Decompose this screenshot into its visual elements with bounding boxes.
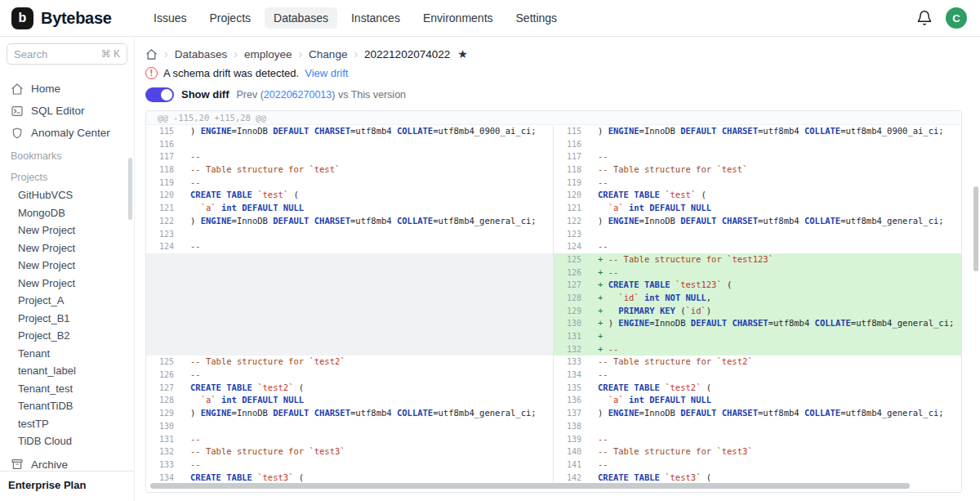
breadcrumb-separator: ›: [234, 47, 238, 60]
breadcrumb-change[interactable]: Change: [309, 48, 347, 60]
sidebar-project-project-b2[interactable]: Project_B2: [7, 327, 127, 345]
code-line: [591, 138, 598, 151]
line-number: 132: [554, 343, 591, 356]
top-bar: b Bytebase IssuesProjectsDatabasesInstan…: [0, 0, 980, 37]
diff-right-cell: 139--: [554, 433, 961, 446]
line-number: 126: [146, 369, 184, 382]
sidebar-project-testtp[interactable]: testTP: [7, 415, 127, 433]
code-line: [591, 420, 598, 433]
line-number: 116: [146, 138, 184, 151]
view-drift-link[interactable]: View drift: [305, 67, 348, 79]
sidebar-project-tenant-label[interactable]: tenant_label: [7, 362, 127, 380]
line-number: 117: [146, 150, 184, 163]
line-number: 128: [554, 292, 591, 305]
diff-left-cell: 125-- Table structure for `test2`: [146, 356, 554, 369]
code-line: -- Table structure for `test2`: [184, 356, 345, 369]
diff-row: 119--119--: [146, 177, 961, 190]
line-number: [146, 317, 184, 330]
nav-item-settings[interactable]: Settings: [507, 7, 567, 29]
diff-left-cell: 128 `a` int DEFAULT NULL: [146, 394, 554, 407]
code-line: ) ENGINE=InnoDB DEFAULT CHARSET=utf8mb4 …: [184, 407, 537, 420]
code-line: -- Table structure for `test3`: [591, 445, 753, 459]
code-line: CREATE TABLE `test` (: [591, 189, 706, 202]
sidebar-project-new-project[interactable]: New Project: [7, 275, 127, 293]
line-number: 131: [554, 330, 591, 343]
notifications-bell-icon[interactable]: [916, 10, 933, 26]
home-icon: [11, 83, 24, 96]
code-line: `a` int DEFAULT NULL: [184, 394, 304, 407]
diff-right-cell: 120CREATE TABLE `test` (: [554, 189, 961, 202]
breadcrumb-databases[interactable]: Databases: [175, 48, 228, 60]
main-content: › Databases › employee › Change › 202212…: [135, 37, 980, 501]
line-number: 131: [146, 433, 184, 446]
sidebar-item-home[interactable]: Home: [7, 78, 127, 100]
search-input[interactable]: Search ⌘ K: [7, 43, 127, 65]
diff-right-cell: 131+: [554, 330, 961, 343]
sidebar-project-tenanttidb[interactable]: TenantTiDB: [7, 397, 127, 415]
page-scrollbar-thumb[interactable]: [973, 186, 978, 271]
line-number: 117: [554, 150, 591, 163]
sidebar-project-githubvcs[interactable]: GitHubVCS: [7, 186, 127, 204]
nav-item-issues[interactable]: Issues: [145, 7, 195, 29]
diff-row: 125+ -- Table structure for `test123`: [146, 253, 961, 266]
nav-item-databases[interactable]: Databases: [265, 7, 337, 29]
sidebar-project-tenant[interactable]: Tenant: [7, 345, 127, 363]
version-compare-text: Prev (202206270013) vs This version: [237, 89, 407, 101]
diff-left-cell: [146, 330, 554, 343]
code-line: -- Table structure for `test2`: [591, 356, 753, 369]
code-line: + `id` int NOT NULL,: [591, 292, 711, 305]
diff-left-cell: 133--: [146, 459, 554, 472]
code-line: --: [591, 177, 608, 190]
sidebar-project-mongodb[interactable]: MongoDB: [7, 204, 127, 222]
code-line: ) ENGINE=InnoDB DEFAULT CHARSET=utf8mb4 …: [591, 125, 944, 138]
line-number: 129: [146, 407, 184, 420]
sidebar-project-new-project[interactable]: New Project: [7, 221, 127, 239]
toggle-knob: [161, 89, 172, 101]
breadcrumb-version[interactable]: 20221202074022: [364, 48, 450, 60]
sidebar-project-tidb-cloud[interactable]: TiDB Cloud: [7, 432, 127, 450]
breadcrumb-home-icon[interactable]: [145, 48, 158, 60]
bookmark-star-icon[interactable]: ★: [457, 47, 468, 60]
line-number: 134: [146, 472, 184, 485]
diff-left-cell: [146, 292, 554, 305]
alert-text: A schema drift was detected.: [163, 67, 299, 79]
sidebar-item-sql-editor[interactable]: SQL Editor: [7, 100, 127, 122]
sidebar-project-project-a[interactable]: Project_A: [7, 292, 127, 310]
nav-item-environments[interactable]: Environments: [414, 7, 502, 29]
diff-right-cell: 138: [554, 420, 961, 433]
diff-row: 124--124--: [146, 240, 961, 253]
nav-item-instances[interactable]: Instances: [342, 7, 409, 29]
diff-left-cell: 123: [146, 228, 554, 241]
code-line: CREATE TABLE `test2` (: [591, 382, 711, 395]
line-number: 121: [146, 202, 184, 215]
prev-version-link[interactable]: 202206270013: [264, 89, 332, 101]
show-diff-toggle[interactable]: [145, 87, 174, 102]
diff-left-cell: [146, 343, 554, 356]
diff-left-cell: [146, 279, 554, 292]
code-line: --: [184, 177, 201, 190]
line-number: 130: [146, 420, 184, 433]
diff-row: 121 `a` int DEFAULT NULL121 `a` int DEFA…: [146, 202, 961, 215]
line-number: 115: [146, 125, 184, 138]
sidebar-scrollbar-thumb[interactable]: [128, 158, 132, 220]
user-avatar[interactable]: C: [946, 7, 967, 29]
breadcrumb-employee[interactable]: employee: [244, 48, 292, 60]
sidebar-project-new-project[interactable]: New Project: [7, 257, 127, 275]
logo[interactable]: b Bytebase: [11, 7, 135, 29]
line-number: 127: [146, 382, 184, 395]
diff-left-cell: [146, 266, 554, 280]
shield-icon: [11, 127, 24, 140]
sidebar-project-project-b1[interactable]: Project_B1: [7, 310, 127, 328]
diff-right-cell: 129+ PRIMARY KEY (`id`): [554, 305, 961, 318]
code-line: --: [184, 433, 201, 446]
code-line: --: [591, 433, 608, 446]
nav-item-projects[interactable]: Projects: [200, 7, 260, 29]
sidebar-project-new-project[interactable]: New Project: [7, 239, 127, 257]
horizontal-scrollbar-thumb[interactable]: [150, 483, 910, 489]
sidebar-project-tenant-test[interactable]: Tenant_test: [7, 380, 127, 398]
breadcrumb: › Databases › employee › Change › 202212…: [145, 47, 962, 61]
line-number: 136: [554, 394, 591, 407]
terminal-icon: [11, 105, 24, 118]
code-line: +: [591, 330, 608, 343]
sidebar-item-anomaly-center[interactable]: Anomaly Center: [7, 122, 127, 144]
